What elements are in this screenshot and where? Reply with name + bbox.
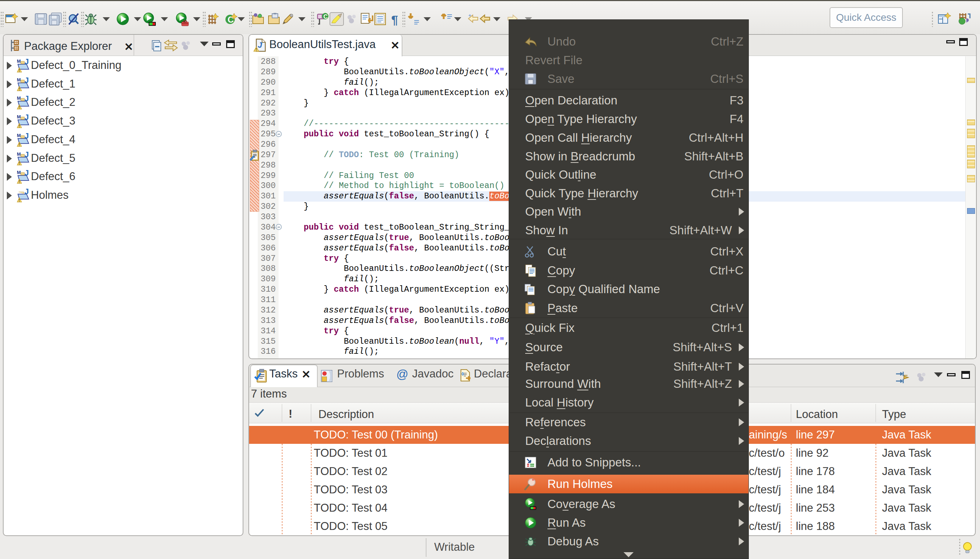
svg-text:J: J (25, 189, 29, 196)
svg-text:!: ! (19, 68, 20, 73)
svg-text:!: ! (19, 105, 20, 109)
svg-text:J: J (25, 170, 29, 177)
svg-text:C: C (323, 14, 328, 20)
svg-text:J: J (25, 151, 29, 159)
svg-text:M: M (17, 77, 21, 83)
svg-text:!: ! (19, 179, 20, 184)
svg-text:!: ! (19, 142, 20, 147)
svg-text:!: ! (19, 198, 20, 202)
svg-text:M: M (17, 151, 21, 157)
svg-text:J: J (25, 133, 29, 140)
svg-text:J: J (25, 77, 29, 85)
svg-text:!: ! (19, 161, 20, 165)
svg-text:M: M (17, 114, 21, 119)
svg-text:!: ! (256, 47, 257, 52)
svg-text:J: J (25, 96, 29, 103)
svg-text:J: J (25, 58, 29, 66)
svg-text:J: J (258, 41, 262, 50)
svg-text:M: M (17, 170, 21, 175)
svg-text:M: M (17, 96, 21, 101)
svg-text:!: ! (19, 124, 20, 128)
svg-text:M: M (17, 133, 21, 138)
svg-text:!: ! (19, 87, 20, 91)
svg-text:M: M (17, 58, 21, 64)
svg-text:J: J (25, 114, 29, 122)
